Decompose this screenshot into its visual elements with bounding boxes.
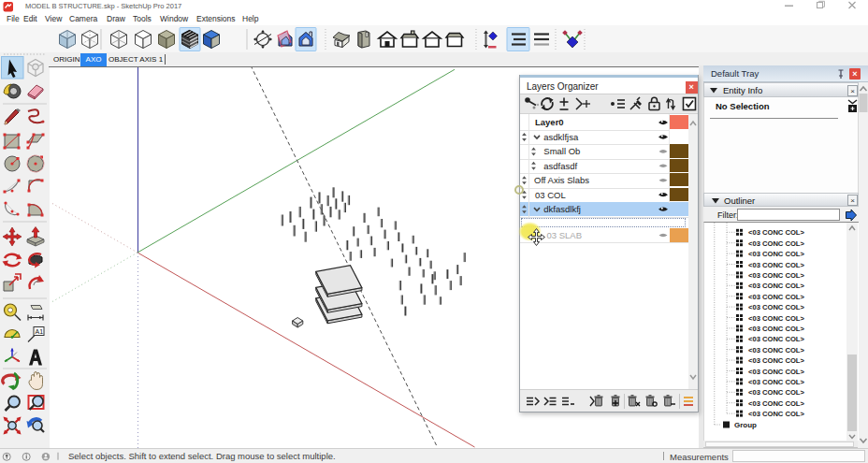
svg-text:<03 CONC COL>: <03 CONC COL> bbox=[748, 335, 804, 343]
svg-text:<03 CONC COL>: <03 CONC COL> bbox=[748, 356, 804, 365]
svg-text:<03 CONC COL>: <03 CONC COL> bbox=[748, 325, 804, 333]
svg-text:<03 CONC COL>: <03 CONC COL> bbox=[748, 346, 804, 354]
svg-text:<03 CONC COL>: <03 CONC COL> bbox=[748, 239, 804, 248]
svg-text:<03 CONC COL>: <03 CONC COL> bbox=[748, 410, 804, 418]
svg-text:<03 CONC COL>: <03 CONC COL> bbox=[748, 399, 804, 408]
svg-text:<03 CONC COL>: <03 CONC COL> bbox=[748, 303, 804, 311]
svg-text:<03 CONC COL>: <03 CONC COL> bbox=[748, 250, 804, 258]
svg-text:<03 CONC COL>: <03 CONC COL> bbox=[748, 228, 804, 237]
svg-text:<03 CONC COL>: <03 CONC COL> bbox=[748, 378, 804, 386]
svg-text:<03 CONC COL>: <03 CONC COL> bbox=[748, 293, 804, 301]
svg-text:<03 CONC COL>: <03 CONC COL> bbox=[748, 388, 804, 397]
svg-text:Group: Group bbox=[734, 421, 757, 429]
svg-text:<03 CONC COL>: <03 CONC COL> bbox=[748, 368, 804, 376]
svg-text:A1: A1 bbox=[36, 328, 44, 335]
svg-text:<03 CONC COL>: <03 CONC COL> bbox=[748, 282, 804, 290]
svg-text:<03 CONC COL>: <03 CONC COL> bbox=[748, 261, 804, 269]
svg-text:<03 CONC COL>: <03 CONC COL> bbox=[748, 314, 804, 323]
svg-text:<03 CONC COL>: <03 CONC COL> bbox=[748, 271, 804, 280]
